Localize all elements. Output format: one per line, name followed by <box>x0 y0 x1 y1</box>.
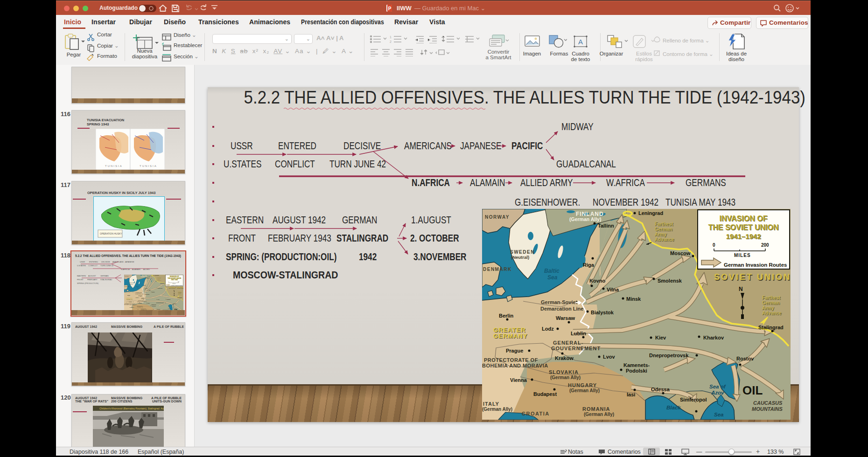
svg-text:DENMARK: DENMARK <box>124 286 130 287</box>
svg-text:STALINGRAD: STALINGRAD <box>100 278 112 281</box>
svg-text:CONFLICT: CONFLICT <box>88 264 98 267</box>
svg-text:Kovno: Kovno <box>145 288 148 289</box>
svg-text:FINLAND: FINLAND <box>142 275 148 276</box>
svg-text:SLOVAKIA: SLOVAKIA <box>137 305 143 306</box>
svg-text:TUNISIA: TUNISIA <box>105 165 123 167</box>
svg-text:THE SOVIET UNION: THE SOVIET UNION <box>168 277 181 279</box>
svg-text:200: 200 <box>178 281 179 282</box>
svg-text:MILES: MILES <box>173 283 176 284</box>
svg-text:0: 0 <box>168 281 169 282</box>
svg-text:German: German <box>157 278 161 279</box>
svg-text:Odessa: Odessa <box>157 309 161 310</box>
svg-text:SWEDEN: SWEDEN <box>130 282 134 283</box>
svg-text:Krakow: Krakow <box>138 303 142 304</box>
svg-text:German: German <box>178 292 182 293</box>
svg-text:Tallinn: Tallinn <box>147 277 150 278</box>
svg-text:Vilna: Vilna <box>148 290 151 291</box>
svg-text:USSR: USSR <box>80 261 85 263</box>
svg-text:Rostov: Rostov <box>173 303 177 304</box>
svg-text:Children's Khorovod (Barmaley: Children's Khorovod (Barmaley Fountain),… <box>99 407 164 410</box>
svg-text:Podolski: Podolski <box>152 305 156 306</box>
svg-text:DECISIVE: DECISIVE <box>101 261 110 263</box>
svg-text:Stalingrad: Stalingrad <box>177 297 182 298</box>
svg-text:FEBRUARY: FEBRUARY <box>87 278 98 281</box>
svg-text:JAPANESE: JAPANESE <box>125 261 134 263</box>
svg-text:German-Soviet: German-Soviet <box>135 292 142 293</box>
svg-text:Berlin: Berlin <box>127 295 131 296</box>
svg-text:AUGUST: AUGUST <box>88 275 96 277</box>
svg-text:EASTERN: EASTERN <box>77 275 86 277</box>
svg-text:INVASION OF: INVASION OF <box>170 276 179 277</box>
svg-text:(German Ally): (German Ally) <box>141 276 147 277</box>
svg-text:GENERAL-: GENERAL- <box>138 300 144 301</box>
svg-text:1: 1 <box>390 35 392 39</box>
svg-text:Kharkov: Kharkov <box>167 299 171 300</box>
svg-text:Dnepropetrovsk: Dnepropetrovsk <box>156 302 164 303</box>
svg-text:TUNISIA: TUNISIA <box>140 165 157 167</box>
svg-text:Moscow: Moscow <box>160 283 164 284</box>
svg-text:2: 2 <box>390 40 392 43</box>
svg-text:A: A <box>578 38 583 46</box>
svg-text:Baltic: Baltic <box>136 286 140 287</box>
svg-text:Advance: Advance <box>157 280 161 281</box>
svg-text:NORWAY: NORWAY <box>125 276 130 277</box>
svg-text:Lodz: Lodz <box>136 297 138 298</box>
svg-text:OPERATION HUSKY: OPERATION HUSKY <box>100 232 122 235</box>
svg-text:Leningrad: Leningrad <box>154 275 159 276</box>
svg-text:GOUVERNEMENT: GOUVERNEMENT <box>137 301 147 302</box>
svg-text:HUNGARY: HUNGARY <box>140 308 146 309</box>
svg-text:BOHEMIA AND MORAVIA: BOHEMIA AND MORAVIA <box>124 304 137 305</box>
svg-text:(German Ally): (German Ally) <box>137 306 143 307</box>
svg-text:Advance: Advance <box>178 294 182 295</box>
svg-text:Warsaw: Warsaw <box>138 295 142 296</box>
svg-text:Kamenets-: Kamenets- <box>151 304 156 305</box>
svg-text:Prague: Prague <box>129 301 133 302</box>
svg-text:Demarcation Line: Demarcation Line <box>135 293 144 294</box>
svg-text:Farthest: Farthest <box>157 277 161 278</box>
svg-text:Sea: Sea <box>137 287 139 288</box>
svg-text:TURN JUNE 42: TURN JUNE 42 <box>100 264 114 267</box>
svg-text:Smolensk: Smolensk <box>158 288 163 289</box>
svg-text:Sea of: Sea of <box>168 308 171 309</box>
svg-text:Farthest: Farthest <box>178 291 182 292</box>
svg-text:U.STATES: U.STATES <box>77 264 86 267</box>
svg-text:GERMANY: GERMANY <box>126 298 133 300</box>
svg-text:Minsk: Minsk <box>152 291 155 292</box>
svg-text:GERMAN: GERMAN <box>100 275 109 277</box>
svg-text:P: P <box>388 6 392 11</box>
svg-text:Bialystok: Bialystok <box>145 294 150 295</box>
svg-text:PROTECTORATE OF: PROTECTORATE OF <box>125 303 135 304</box>
svg-text:Lublin: Lublin <box>141 298 145 299</box>
svg-text:1941–1942: 1941–1942 <box>171 279 178 281</box>
svg-text:SOVIET UNION: SOVIET UNION <box>168 287 183 289</box>
svg-text:6: 6 <box>162 43 164 46</box>
svg-text:German Invasion Routes: German Invasion Routes <box>171 285 183 286</box>
svg-text:SPRING (PRODUCTION): SPRING (PRODUCTION) <box>77 282 99 284</box>
svg-text:(Neutral): (Neutral) <box>130 284 133 284</box>
svg-text:FRONT: FRONT <box>77 278 84 281</box>
svg-text:Lvov: Lvov <box>147 303 150 304</box>
svg-text:Vienna: Vienna <box>130 307 133 308</box>
svg-text:ENTERED: ENTERED <box>89 261 98 263</box>
